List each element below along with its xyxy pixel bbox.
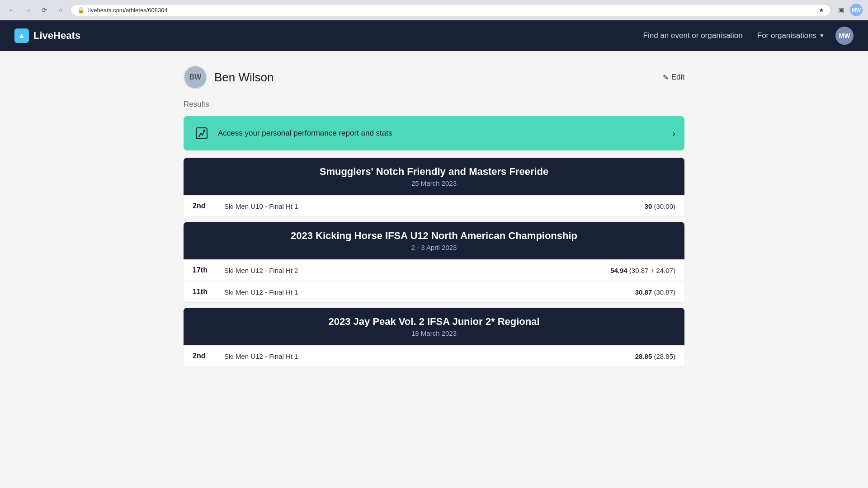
result-category: Ski Men U12 - Final Ht 2 (224, 267, 610, 274)
avatar: BW (184, 66, 207, 89)
page-content: BW Ben Wilson ✎ Edit Results Access your… (176, 51, 692, 386)
back-button[interactable]: ← (5, 4, 18, 16)
event-title-1: 2023 Kicking Horse IFSA U12 North Americ… (193, 230, 675, 242)
performance-icon (193, 124, 211, 142)
result-row: 17thSki Men U12 - Final Ht 254.94 (30.87… (184, 259, 684, 281)
brand-icon: ▲ (14, 28, 29, 43)
result-place: 2nd (193, 352, 224, 360)
event-date-2: 18 March 2023 (193, 329, 675, 337)
event-card-0[interactable]: Smugglers' Notch Friendly and Masters Fr… (184, 158, 684, 216)
chevron-down-icon: ▼ (819, 33, 825, 39)
result-score: 30.87 (30.87) (635, 288, 675, 296)
event-title-2: 2023 Jay Peak Vol. 2 IFSA Junior 2* Regi… (193, 316, 675, 328)
profile-name: Ben Wilson (214, 70, 663, 84)
star-icon: ★ (819, 7, 824, 14)
event-card-2[interactable]: 2023 Jay Peak Vol. 2 IFSA Junior 2* Regi… (184, 308, 684, 366)
result-score: 28.85 (28.85) (635, 352, 675, 360)
performance-text: Access your personal performance report … (218, 129, 672, 138)
result-place: 11th (193, 288, 224, 296)
event-date-0: 25 March 2023 (193, 179, 675, 187)
for-organisations-menu[interactable]: For organisations ▼ (757, 31, 825, 40)
svg-rect-0 (196, 128, 207, 139)
event-title-0: Smugglers' Notch Friendly and Masters Fr… (193, 166, 675, 178)
url-text: liveheats.com/athletes/608304 (88, 7, 815, 14)
user-avatar[interactable]: MW (835, 27, 854, 45)
lock-icon: 🔒 (77, 7, 85, 14)
profile-header: BW Ben Wilson ✎ Edit (184, 66, 684, 89)
result-score: 30 (30.00) (645, 202, 675, 210)
results-label: Results (184, 100, 684, 109)
forward-button[interactable]: → (22, 4, 34, 16)
brand-logo[interactable]: ▲ LiveHeats (14, 28, 80, 43)
extensions-button[interactable]: ▣ (835, 4, 847, 16)
result-place: 17th (193, 266, 224, 274)
performance-banner[interactable]: Access your personal performance report … (184, 116, 684, 150)
events-container: Smugglers' Notch Friendly and Masters Fr… (184, 158, 684, 366)
browser-user-avatar: MW (850, 4, 863, 16)
event-card-1[interactable]: 2023 Kicking Horse IFSA U12 North Americ… (184, 222, 684, 302)
svg-point-1 (203, 130, 206, 132)
browser-chrome: ← → ⟳ ⌂ 🔒 liveheats.com/athletes/608304 … (0, 0, 868, 20)
result-score: 54.94 (30.87 + 24.07) (610, 267, 675, 274)
edit-icon: ✎ (663, 73, 669, 82)
result-row: 2ndSki Men U10 - Final Ht 130 (30.00) (184, 195, 684, 216)
performance-chevron-icon: › (672, 128, 675, 139)
home-button[interactable]: ⌂ (54, 4, 67, 16)
event-date-1: 2 - 3 April 2023 (193, 244, 675, 251)
event-header-0: Smugglers' Notch Friendly and Masters Fr… (184, 158, 684, 195)
profile-button[interactable]: MW (850, 4, 863, 16)
address-bar[interactable]: 🔒 liveheats.com/athletes/608304 ★ (71, 4, 831, 16)
result-row: 11thSki Men U12 - Final Ht 130.87 (30.87… (184, 281, 684, 302)
reload-button[interactable]: ⟳ (38, 4, 51, 16)
result-category: Ski Men U10 - Final Ht 1 (224, 202, 645, 210)
result-category: Ski Men U12 - Final Ht 1 (224, 352, 635, 360)
for-organisations-label: For organisations (757, 31, 816, 40)
brand-text: LiveHeats (33, 30, 80, 42)
result-row: 2ndSki Men U12 - Final Ht 128.85 (28.85) (184, 345, 684, 366)
edit-button[interactable]: ✎ Edit (663, 73, 684, 82)
event-header-2: 2023 Jay Peak Vol. 2 IFSA Junior 2* Regi… (184, 308, 684, 345)
navbar: ▲ LiveHeats Find an event or organisatio… (0, 20, 868, 51)
event-header-1: 2023 Kicking Horse IFSA U12 North Americ… (184, 222, 684, 259)
result-place: 2nd (193, 202, 224, 210)
result-category: Ski Men U12 - Final Ht 1 (224, 288, 635, 296)
find-event-link[interactable]: Find an event or organisation (643, 31, 743, 40)
browser-actions: ▣ MW (835, 4, 863, 16)
